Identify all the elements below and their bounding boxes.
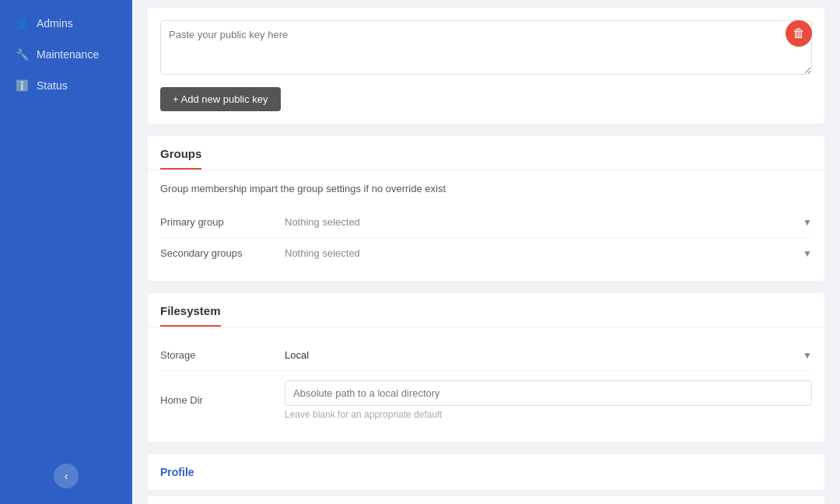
secondary-groups-label: Secondary groups	[160, 247, 285, 259]
sidebar-item-admins-label: Admins	[37, 17, 73, 30]
sidebar-item-admins[interactable]: 👤 Admins	[0, 8, 132, 39]
storage-row: Storage Local ▼	[160, 340, 812, 371]
chevron-down-icon-3: ▼	[803, 350, 812, 361]
storage-select[interactable]: Local ▼	[285, 349, 812, 361]
home-dir-label: Home Dir	[160, 394, 285, 406]
home-dir-row: Home Dir Leave blank for an appropriate …	[160, 371, 812, 429]
storage-label: Storage	[160, 349, 285, 361]
public-key-section: 🗑 + Add new public key	[148, 8, 824, 124]
sidebar-collapse-button[interactable]: ‹	[54, 464, 79, 488]
groups-card-header: Groups	[148, 136, 824, 170]
groups-card-body: Group membership impart the group settin…	[148, 170, 824, 281]
profile-collapsible[interactable]: Profile	[148, 454, 824, 490]
filesystem-section-title: Filesystem	[160, 304, 221, 327]
storage-value: Local	[285, 349, 309, 361]
chevron-left-icon: ‹	[65, 470, 68, 482]
primary-group-row: Primary group Nothing selected ▼	[160, 207, 812, 238]
chevron-down-icon: ▼	[803, 217, 812, 228]
secondary-groups-select[interactable]: Nothing selected ▼	[285, 247, 812, 259]
add-key-label: + Add new public key	[173, 93, 268, 105]
main-content: 🗑 + Add new public key Groups Group memb…	[132, 0, 840, 504]
primary-group-select[interactable]: Nothing selected ▼	[285, 216, 812, 228]
groups-hint: Group membership impart the group settin…	[160, 183, 812, 194]
profile-title: Profile	[160, 466, 194, 478]
admins-icon: 👤	[16, 17, 29, 30]
sidebar-item-maintenance[interactable]: 🔧 Maintenance	[0, 39, 132, 70]
status-icon: ℹ️	[16, 79, 29, 92]
groups-card: Groups Group membership impart the group…	[148, 136, 824, 281]
secondary-groups-row: Secondary groups Nothing selected ▼	[160, 238, 812, 268]
primary-group-value: Nothing selected	[285, 216, 360, 228]
home-dir-hint: Leave blank for an appropriate default	[285, 409, 812, 420]
groups-section-title: Groups	[160, 147, 201, 170]
chevron-down-icon-2: ▼	[803, 248, 812, 259]
filesystem-card-header: Filesystem	[148, 293, 824, 327]
sidebar-item-status[interactable]: ℹ️ Status	[0, 70, 132, 101]
public-key-textarea[interactable]	[160, 20, 812, 75]
filesystem-card: Filesystem Storage Local ▼ Home Dir Leav…	[148, 293, 824, 442]
sidebar: 👤 Admins 🔧 Maintenance ℹ️ Status ‹	[0, 0, 132, 504]
sidebar-item-maintenance-label: Maintenance	[37, 48, 99, 61]
trash-icon: 🗑	[793, 26, 805, 40]
maintenance-icon: 🔧	[16, 48, 29, 61]
home-dir-input[interactable]	[285, 380, 812, 406]
primary-group-label: Primary group	[160, 216, 285, 228]
secondary-groups-value: Nothing selected	[285, 247, 360, 259]
sidebar-item-status-label: Status	[37, 79, 68, 92]
add-public-key-button[interactable]: + Add new public key	[160, 87, 281, 111]
content-area: 🗑 + Add new public key Groups Group memb…	[132, 0, 840, 504]
delete-key-button[interactable]: 🗑	[786, 20, 812, 47]
acls-collapsible[interactable]: ACLs	[148, 496, 824, 504]
filesystem-card-body: Storage Local ▼ Home Dir Leave blank for…	[148, 327, 824, 442]
